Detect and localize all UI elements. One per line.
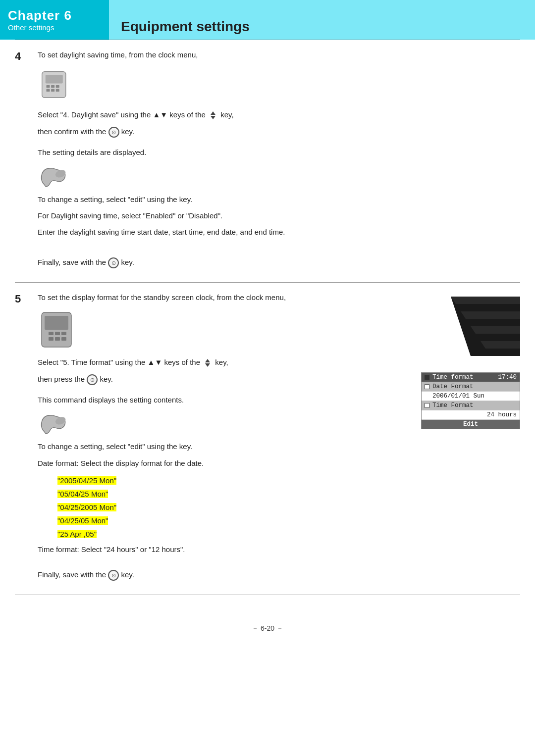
- section-5: 5 To set the display format for the stan…: [15, 282, 520, 595]
- screen-row-5: 24 hours: [422, 410, 520, 420]
- section-5-images: Time format 17:40 Date Format 2006/01/01…: [416, 292, 520, 429]
- svg-marker-25: [461, 311, 520, 319]
- chapter-label: Chapter 6 Other settings: [0, 0, 109, 40]
- svg-marker-30: [485, 349, 520, 356]
- s5-para2: Select "5. Time format" using the ▲▼ key…: [38, 356, 416, 368]
- screen-time-value: 17:40: [498, 374, 517, 381]
- svg-rect-1: [46, 75, 63, 84]
- screen-time-format-label: Time format: [432, 374, 474, 381]
- date-option-5: "25 Apr ,05": [57, 527, 416, 541]
- screen-row-2: Date Format: [422, 382, 520, 392]
- save-key-icon: ⊙: [108, 257, 119, 268]
- decorative-black-shape: [451, 297, 520, 356]
- page-title-area: Equipment settings: [109, 0, 535, 40]
- section-4: 4 To set daylight saving time, from the …: [15, 40, 520, 283]
- svg-rect-3: [51, 85, 54, 88]
- date-option-2: "05/04/25 Mon": [57, 487, 416, 501]
- handset-device-image-2: [38, 410, 77, 438]
- chapter-word: Chapter: [8, 8, 60, 23]
- section-number-5: 5: [15, 292, 34, 305]
- svg-marker-24: [456, 304, 520, 311]
- svg-rect-16: [49, 337, 54, 341]
- date-option-1: "2005/04/25 Mon": [57, 474, 416, 487]
- date-option-4: "04/25/05 Mon": [57, 514, 416, 527]
- screen-hours-value: 24 hours: [487, 411, 517, 418]
- s5-para5: To change a setting, select "edit" using…: [38, 441, 416, 452]
- screen-square-1: [425, 375, 429, 380]
- section-number-4: 4: [15, 49, 34, 273]
- handset-device-image: [38, 163, 77, 191]
- s4-para8: Finally, save with the ⊙ key.: [38, 256, 520, 268]
- svg-marker-29: [481, 341, 520, 349]
- svg-rect-18: [61, 337, 66, 341]
- page-number: － 6-20 －: [252, 624, 283, 632]
- screen-square-2: [425, 384, 429, 389]
- s4-para5: To change a setting, select "edit" using…: [38, 194, 520, 205]
- screen-widget: Time format 17:40 Date Format 2006/01/01…: [421, 372, 520, 429]
- svg-rect-4: [56, 85, 59, 88]
- svg-marker-27: [471, 326, 520, 334]
- svg-marker-28: [476, 334, 520, 341]
- svg-marker-23: [451, 297, 520, 304]
- page-header: Chapter 6 Other settings Equipment setti…: [0, 0, 535, 40]
- s5-para6: Date format: Select the display format f…: [38, 457, 416, 469]
- s5-para4: This command displays the setting conten…: [38, 394, 416, 405]
- s4-para1: To set daylight saving time, from the cl…: [38, 49, 520, 60]
- s5-para3: then press the ⊙ key.: [38, 373, 416, 385]
- svg-rect-17: [55, 337, 60, 341]
- ok-key-icon: ⊙: [108, 127, 119, 138]
- svg-marker-20: [205, 363, 210, 367]
- s5-para1: To set the display format for the standb…: [38, 292, 416, 303]
- page-title: Equipment settings: [121, 19, 250, 35]
- svg-rect-15: [61, 332, 66, 335]
- svg-marker-26: [466, 319, 520, 326]
- chapter-subtitle: Other settings: [8, 23, 101, 32]
- screen-time-format-label-2: Time Format: [432, 402, 474, 409]
- svg-rect-12: [45, 316, 68, 330]
- svg-rect-14: [55, 332, 60, 335]
- device-big-image: [38, 310, 82, 350]
- date-options-list: "2005/04/25 Mon" "05/04/25 Mon" "04/25/2…: [57, 474, 416, 541]
- svg-marker-8: [211, 111, 215, 115]
- svg-marker-9: [211, 116, 215, 119]
- s4-para7: Enter the daylight saving time start dat…: [38, 226, 520, 238]
- section-5-content: To set the display format for the standb…: [34, 292, 416, 586]
- screen-row-1: Time format 17:40: [422, 373, 520, 382]
- s4-para6: For Daylight saving time, select "Enable…: [38, 210, 520, 221]
- s4-para3: then confirm with the ⊙ key.: [38, 126, 520, 138]
- phone-device-image: [38, 67, 72, 102]
- screen-edit-label: Edit: [463, 421, 478, 428]
- screen-row-4: Time Format: [422, 401, 520, 410]
- date-option-3: "04/25/2005 Mon": [57, 501, 416, 514]
- save-key-icon-2: ⊙: [108, 570, 119, 581]
- s5-para8: Finally, save with the ⊙ key.: [38, 569, 416, 581]
- s4-para2: Select "4. Daylight save" using the ▲▼ k…: [38, 109, 520, 121]
- screen-date-format-label: Date Format: [432, 383, 474, 390]
- svg-marker-19: [205, 359, 210, 362]
- screen-row-3: 2006/01/01 Sun: [422, 392, 520, 401]
- s5-para7: Time format: Select "24 hours" or "12 ho…: [38, 544, 416, 555]
- page-footer: － 6-20 －: [0, 614, 535, 638]
- screen-edit-button[interactable]: Edit: [422, 420, 520, 429]
- ok-key-icon-2: ⊙: [87, 374, 98, 385]
- svg-rect-5: [47, 89, 50, 92]
- main-content: 4 To set daylight saving time, from the …: [0, 40, 535, 614]
- chapter-title: Chapter 6: [8, 8, 101, 23]
- up-down-arrow-icon: [208, 110, 218, 121]
- svg-rect-7: [56, 89, 59, 92]
- svg-rect-2: [47, 85, 50, 88]
- screen-date-value: 2006/01/01 Sun: [432, 393, 484, 400]
- section-4-content: To set daylight saving time, from the cl…: [34, 49, 520, 273]
- screen-square-3: [425, 403, 429, 408]
- svg-rect-6: [51, 89, 54, 92]
- svg-rect-13: [49, 332, 54, 335]
- s4-para4: The setting details are displayed.: [38, 147, 520, 158]
- up-down-arrow-icon-2: [202, 357, 213, 368]
